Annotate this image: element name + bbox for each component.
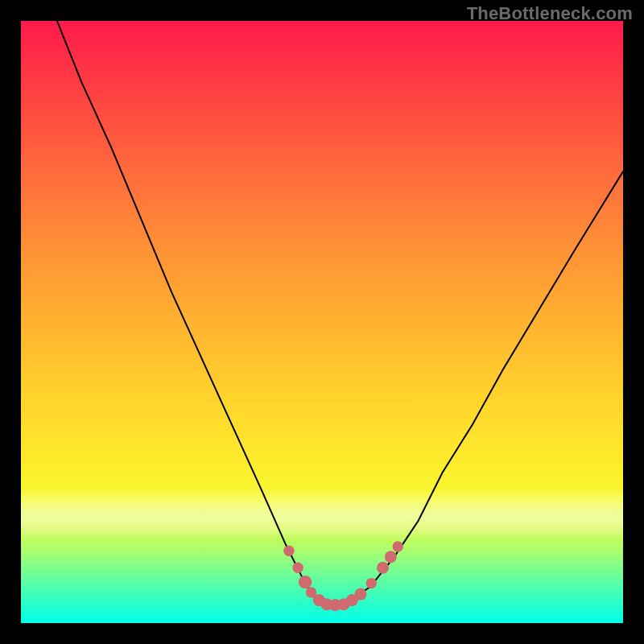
data-marker [377,562,389,574]
data-marker [385,551,397,563]
data-marker [299,576,312,588]
data-marker [393,541,403,551]
plot-area [21,21,623,623]
data-marker [292,563,303,573]
data-marker [366,578,377,588]
chart-frame: TheBottleneck.com [0,0,644,644]
marker-layer [21,21,623,623]
data-marker [354,588,366,601]
watermark-text: TheBottleneck.com [467,3,633,24]
data-marker [283,546,294,556]
